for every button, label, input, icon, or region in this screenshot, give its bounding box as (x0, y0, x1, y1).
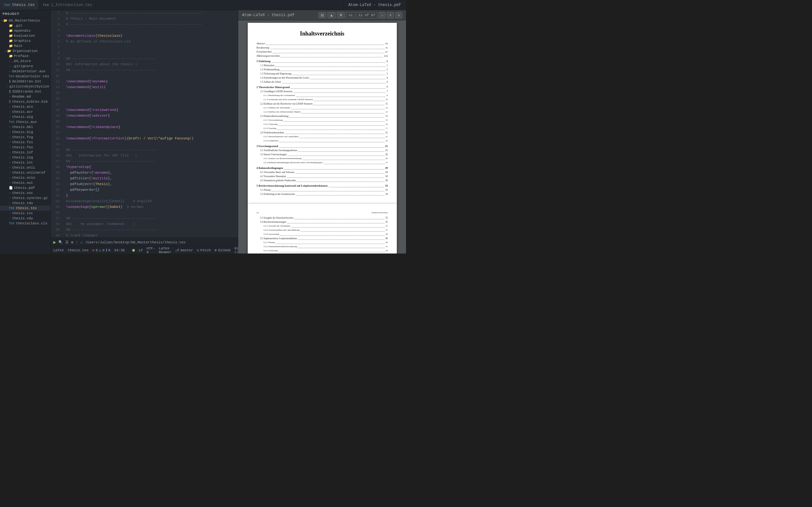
toc-page-0-16: 13 (386, 110, 388, 114)
tree-item-ds-store[interactable]: ·.DS_Store (0, 59, 50, 64)
play-button[interactable]: ▶ (53, 239, 56, 245)
tree-item-thesis-bibtex-bib[interactable]: §thesis_bibtex.bib (0, 99, 50, 104)
pdf-zoom-out-btn[interactable]: − (379, 12, 386, 18)
tree-item-thesis-onlo[interactable]: ·thesis.onlo (0, 175, 50, 180)
line-num-18: 18 (51, 107, 63, 113)
file-icon-00-masterthesis: 📂 (3, 19, 7, 22)
tree-item-delEEEtran-bst[interactable]: §delEEEtran.bst (0, 79, 50, 84)
tree-item-daimlercolor-aux[interactable]: ·DaimlerColor.aux (0, 69, 50, 74)
pdf-down-btn[interactable]: ▼ (337, 12, 345, 18)
tree-item-daimlercolor-tex[interactable]: TeXDaimlerColor.tex (0, 74, 50, 79)
toc-page-1-5: 40 (386, 236, 388, 240)
search-icon[interactable]: 🔍 (58, 240, 63, 244)
toc-page-0-3: xvii (384, 54, 388, 58)
tree-item-readme-md[interactable]: ·Readme.md (0, 94, 50, 99)
file-label-thesisclass-cls: thesisclass.cls (16, 222, 47, 225)
toc-entry-0-23: 2.4.2 Leitpfosten 22 (257, 139, 388, 143)
tree-item-00-masterthesis[interactable]: ▾📂00_Masterthesis (0, 18, 50, 23)
tree-item-thesis-synctex-gz[interactable]: ·thesis.synctex.gz (0, 195, 50, 201)
status-github[interactable]: ⊕ GitHub (215, 248, 231, 252)
tree-item-thesis-onli[interactable]: ·thesis.onli (0, 165, 50, 170)
tree-item-thesis-tdo[interactable]: ·thesis.tdo (0, 201, 50, 206)
status-mode[interactable]: LaTeX Beamer (159, 246, 171, 254)
tree-item-thesis-foo[interactable]: ·thesis.foo (0, 145, 50, 150)
tree-item-thesis-onlineref[interactable]: ·thesis.onlineref (0, 170, 50, 175)
toc-entry-1-0: 5.3 Ausgabe der Einzelreichweiten 35 (257, 216, 388, 220)
code-line-29: 29 pdfauthor={\myname}, (51, 170, 238, 176)
tree-item-thesis-aux[interactable]: TeXthesis.aux (0, 119, 50, 124)
status-fetch[interactable]: ↻ Fetch (197, 248, 211, 252)
file-label-thesis-blg: thesis.blg (12, 130, 33, 134)
editor-content[interactable]: 1% -------------------------------------… (51, 10, 238, 238)
toc-entry-1-7: 5.5.2 Fahrbahnobersflächenschätzung 41 (257, 245, 388, 249)
line-num-38: 38 (51, 221, 63, 227)
tree-item-thesis-pdf[interactable]: 📄thesis.pdf (0, 185, 50, 190)
tab-thesis-tex[interactable]: TeX thesis.tex (0, 0, 39, 10)
status-git[interactable]: Git (4) (235, 246, 238, 254)
tree-item-git[interactable]: 📁.git (0, 23, 50, 28)
toc-dots-0-6 (281, 67, 386, 71)
warning-count: 0 (102, 248, 105, 252)
grid-icon[interactable]: ⊞ (71, 240, 73, 244)
toc-entry-0-11: 2.1 Grundlagen LiDAR-Sensoren 7 (257, 89, 388, 94)
tree-item-graphics[interactable]: 📁Graphics (0, 38, 50, 43)
toc-entry-0-34: 5.1 Prinzip 33 (257, 188, 388, 192)
tree-item-main[interactable]: 📁Main (0, 43, 50, 49)
tree-item-thesis-toc[interactable]: ·thesis.toc (0, 211, 50, 216)
tree-item-gitignore[interactable]: ·.gitignore (0, 64, 50, 69)
toc-page-1-6: 40 (386, 240, 388, 245)
line-content-30: pdftitle={\mytitle}, (63, 176, 238, 181)
pdf-zoom-in-btn[interactable]: + (387, 12, 394, 18)
tree-item-preface[interactable]: 📁Preface (0, 54, 50, 59)
toc-entry-1-1: 5.4 Reichweitenmessungen 35 (257, 220, 388, 224)
tree-item-thesis-alg[interactable]: ·thesis.alg (0, 114, 50, 119)
tree-item-thesis-bbl[interactable]: ·thesis.bbl (0, 124, 50, 130)
toc-dots-0-11 (293, 89, 386, 93)
tab-intro-tex[interactable]: TeX 1_Introduction.tex (39, 0, 96, 10)
line-num-26: 26 (51, 153, 63, 158)
pdf-columns-btn[interactable]: ⊞ (318, 12, 326, 18)
file-label-thesis-onli: thesis.onli (12, 166, 35, 170)
tree-item-gitlistobjectbysize[interactable]: ·gitlistobjectbysize (0, 84, 50, 89)
tree-item-thesis-blg[interactable]: ·thesis.blg (0, 130, 50, 135)
pdf-content[interactable]: Inhaltsverzeichnis Abstract vii Kurzfass… (238, 20, 406, 253)
tree-item-thesis-acn[interactable]: ·thesis.acn (0, 104, 50, 109)
code-line-18: 18\newcommand{\reviewerone} (51, 107, 238, 113)
home-icon[interactable]: ⌂ (81, 240, 83, 244)
file-label-preface: Preface (14, 54, 29, 58)
tree-item-thesis-foi[interactable]: ·thesis.foi (0, 140, 50, 145)
list-icon[interactable]: ☰ (65, 240, 68, 244)
file-icon-gitignore: · (9, 65, 11, 68)
toc-page-0-28: 27 (386, 161, 388, 165)
play-bar: ▶ 🔍 ☰ ⊞ | ⌂ /Users/Julian/Desktop/00_Mas… (51, 238, 238, 246)
tree-item-thesis-out[interactable]: ·thesis.out (0, 180, 50, 185)
toc-label-0-7: 1.3 Zielsetzung und Abgrenzung (260, 72, 292, 76)
tree-item-organisation[interactable]: ▾📂Organisation (0, 49, 50, 54)
pdf-title-tab: Atom-LaTeX - thesis.pdf (343, 0, 406, 10)
tree-item-thesis-lot[interactable]: ·thesis.lot (0, 160, 50, 165)
tree-item-thesis-lof[interactable]: ·thesis.lof (0, 150, 50, 155)
tree-item-thesis-xdy[interactable]: ·thesis.xdy (0, 216, 50, 221)
pdf-up-btn[interactable]: ▲ (327, 12, 336, 18)
tree-item-IEEEtranSA-bst[interactable]: §IEEEtranSA.bst (0, 89, 50, 94)
toc-dots-1-9 (277, 253, 385, 253)
toc-dots-0-23 (280, 139, 385, 142)
tree-item-thesis-fog[interactable]: ·thesis.fog (0, 135, 50, 140)
file-icon-ds-store: · (9, 60, 11, 63)
tree-item-thesis-log[interactable]: ·thesis.log (0, 155, 50, 160)
file-icon-thesis-lot: · (9, 161, 11, 164)
tree-item-appendix[interactable]: 📁Appendix (0, 28, 50, 33)
tree-item-thesisclass-cls[interactable]: TeXthesisclass.cls (0, 221, 50, 226)
line-content-24 (63, 141, 238, 147)
pdf-more-btn[interactable]: » (395, 12, 402, 18)
file-label-organisation: Organisation (12, 49, 38, 53)
tree-item-thesis-soc[interactable]: ·thesis.soc (0, 190, 50, 195)
tree-item-thesis-tex[interactable]: TeXthesis.tex (0, 206, 50, 211)
toc-label-0-27: 3.2.1 Analyse zur Reichweitenbestimmung (264, 157, 302, 161)
status-branch[interactable]: ⎇ master (175, 248, 193, 252)
file-label-evaluation: Evaluation (14, 34, 35, 38)
tree-item-thesis-acr[interactable]: ·thesis.acr (0, 109, 50, 114)
tree-item-evaluation[interactable]: 📁Evaluation (0, 33, 50, 38)
file-label-thesis-lot: thesis.lot (12, 161, 33, 164)
line-num-28: 28 (51, 164, 63, 170)
